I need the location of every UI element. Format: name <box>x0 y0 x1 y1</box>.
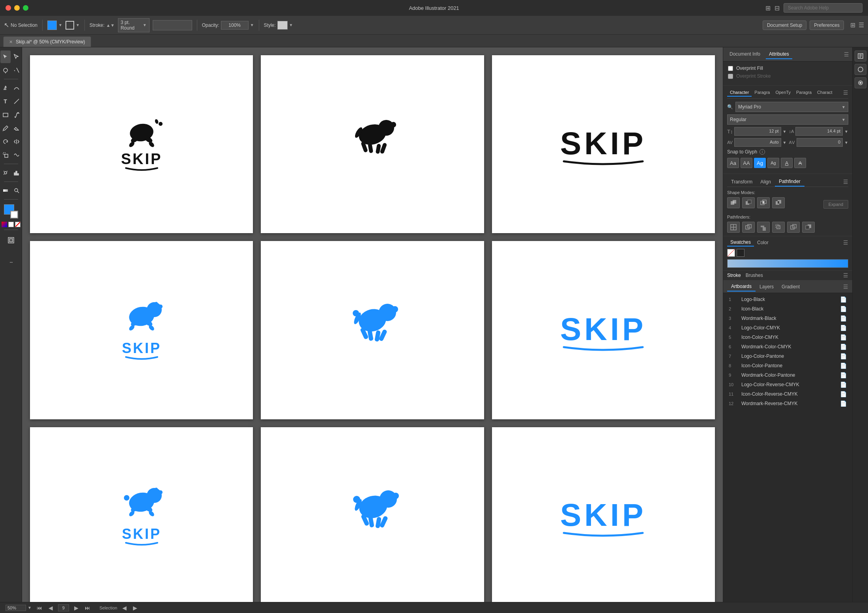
outline-btn[interactable] <box>787 222 800 233</box>
style-glyphs-btn[interactable]: Ag <box>754 158 766 168</box>
tracking-input[interactable]: 0 <box>797 138 843 147</box>
type-tool[interactable]: T <box>0 95 11 108</box>
character2-tab[interactable]: Charact <box>814 89 835 97</box>
trim-btn[interactable] <box>742 222 755 233</box>
stroke-up-icon[interactable]: ▲▼ <box>106 23 115 28</box>
rectangle-tool[interactable] <box>0 108 11 121</box>
preferences-button[interactable]: Preferences <box>810 21 844 30</box>
gradient-tool[interactable] <box>0 184 11 197</box>
stroke-swatch[interactable] <box>10 211 18 219</box>
style-strikethrough-btn[interactable]: A <box>794 158 806 168</box>
minimize-button[interactable] <box>14 5 20 11</box>
stroke-tab[interactable]: Stroke <box>727 273 741 278</box>
first-artboard-btn[interactable]: ⏮ <box>36 605 43 611</box>
font-weight-select[interactable]: Regular ▼ <box>727 114 848 125</box>
opacity-value-display[interactable]: 100% <box>221 21 249 30</box>
artboards-tab[interactable]: Artboards <box>727 282 756 292</box>
more-tools-icon[interactable]: ··· <box>4 256 18 269</box>
style-arrow[interactable]: ▼ <box>289 23 293 27</box>
font-size-input[interactable]: 12 pt <box>734 127 781 136</box>
style-superscript-btn[interactable]: Ag <box>767 158 779 168</box>
kerning-input[interactable]: Auto <box>734 138 781 147</box>
arrange-icon[interactable]: ⊟ <box>774 4 780 12</box>
leading-arrow[interactable]: ▼ <box>844 129 848 134</box>
artboard-list-item[interactable]: 3 Wordmark-Black 📄 <box>723 314 852 323</box>
tab-close-icon[interactable]: ✕ <box>9 39 13 45</box>
artboard-list-item[interactable]: 2 Icon-Black 📄 <box>723 304 852 314</box>
attributes-menu-icon[interactable]: ☰ <box>844 51 849 58</box>
pathfinder-menu-icon[interactable]: ☰ <box>843 179 848 185</box>
style-swatch[interactable] <box>277 21 288 30</box>
stroke-color-box[interactable] <box>65 21 74 30</box>
stroke-style-select[interactable]: 3 pt. Round ▼ <box>118 18 150 32</box>
style-uppercase-btn[interactable]: AA <box>741 158 752 168</box>
last-artboard-btn[interactable]: ⏭ <box>84 605 92 611</box>
color-tab[interactable]: Color <box>754 239 772 246</box>
font-family-select[interactable]: Myriad Pro ▼ <box>735 102 848 112</box>
magic-wand-tool[interactable] <box>11 64 22 77</box>
expand-button[interactable]: Expand <box>823 200 848 209</box>
selection-next-btn[interactable]: ▶ <box>132 605 138 611</box>
mirror-tool[interactable] <box>11 135 22 148</box>
color-mode-icon[interactable] <box>2 222 7 227</box>
brushes-tab[interactable]: Brushes <box>746 273 763 278</box>
artboard-list-item[interactable]: 5 Icon-Color-CMYK 📄 <box>723 333 852 342</box>
direct-selection-tool[interactable] <box>11 50 22 63</box>
pencil-tool[interactable] <box>0 122 11 135</box>
document-info-tab[interactable]: Document Info <box>726 50 763 59</box>
prev-artboard-btn[interactable]: ◀ <box>47 605 54 611</box>
rotate-tool[interactable] <box>0 135 11 148</box>
character-tab[interactable]: Character <box>727 89 752 97</box>
drawing-mode-icon[interactable] <box>4 234 18 247</box>
artboard-page-input[interactable] <box>58 604 69 611</box>
opentype-tab[interactable]: OpenTy <box>773 89 793 97</box>
zoom-dropdown-arrow[interactable]: ▼ <box>28 606 32 610</box>
transform-tab[interactable]: Transform <box>727 178 756 186</box>
symbol-sprayer-tool[interactable] <box>0 166 11 179</box>
pen-tool[interactable] <box>0 82 11 94</box>
artboard-2[interactable] <box>261 55 484 233</box>
pathfinder-tab[interactable]: Pathfinder <box>775 177 804 187</box>
style-underline-btn[interactable]: A <box>781 158 793 168</box>
merge-btn[interactable] <box>757 222 770 233</box>
black-swatch-icon[interactable] <box>737 249 745 257</box>
artboards-menu-icon[interactable]: ☰ <box>843 284 848 290</box>
selection-prev-btn[interactable]: ◀ <box>121 605 128 611</box>
window-icon[interactable]: ⊞ <box>765 4 771 12</box>
eraser-tool[interactable] <box>11 122 22 135</box>
arrange-panels-icon[interactable]: ⊞ <box>850 21 855 29</box>
artboard-6[interactable]: SKIP <box>492 241 715 419</box>
divide-btn[interactable] <box>727 222 740 233</box>
none-swatch-icon[interactable] <box>727 249 735 257</box>
paragraph2-tab[interactable]: Paragra <box>793 89 814 97</box>
leading-input[interactable]: 14.4 pt <box>795 127 843 136</box>
artboard-list-item[interactable]: 1 Logo-Black 📄 <box>723 295 852 304</box>
artboard-7[interactable]: SKIP <box>30 427 253 605</box>
warp-tool[interactable] <box>11 149 22 161</box>
document-tab[interactable]: ✕ Skip.ai* @ 50% (CMYK/Preview) <box>3 36 91 47</box>
lasso-tool[interactable] <box>0 64 11 77</box>
zoom-input[interactable] <box>6 605 26 611</box>
gradient-tab[interactable]: Gradient <box>778 282 804 291</box>
minus-back-btn[interactable] <box>802 222 815 233</box>
artboard-list-item[interactable]: 11 Icon-Color-Reverse-CMYK 📄 <box>723 389 852 399</box>
font-size-arrow[interactable]: ▼ <box>783 129 787 134</box>
char-menu-icon[interactable]: ☰ <box>843 90 848 96</box>
artboard-list-item[interactable]: 12 Wordmark-Reverse-CMYK 📄 <box>723 399 852 408</box>
none-swatch[interactable] <box>15 222 21 227</box>
artboard-list-item[interactable]: 9 Wordmark-Color-Pantone 📄 <box>723 370 852 380</box>
kerning-arrow[interactable]: ▼ <box>783 140 787 145</box>
artboard-list-item[interactable]: 7 Logo-Color-Pantone 📄 <box>723 351 852 361</box>
libraries-panel-icon[interactable] <box>855 64 866 75</box>
layers-tab[interactable]: Layers <box>756 282 778 291</box>
properties-panel-icon[interactable] <box>855 50 866 62</box>
white-swatch[interactable] <box>8 222 14 227</box>
artboard-1[interactable]: SKIP <box>30 55 253 233</box>
artboard-9[interactable]: SKIP <box>492 427 715 605</box>
minus-front-btn[interactable] <box>742 197 755 208</box>
tracking-arrow[interactable]: ▼ <box>844 140 848 145</box>
column-graph-tool[interactable] <box>11 166 22 179</box>
curvature-tool[interactable] <box>11 82 22 94</box>
document-setup-button[interactable]: Document Setup <box>763 21 806 30</box>
artboard-3[interactable]: SKIP <box>492 55 715 233</box>
